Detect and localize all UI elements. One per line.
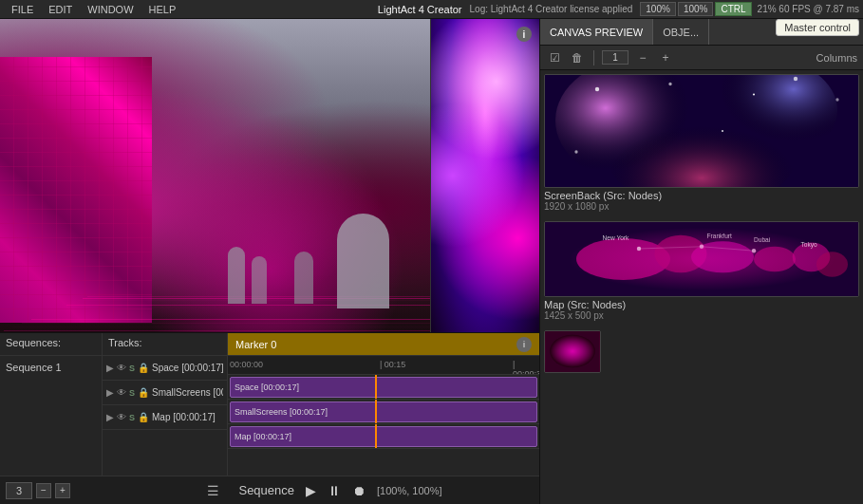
- ruler-mark-15: | 00:15: [380, 360, 405, 369]
- canvas-item-map[interactable]: New York Frankfurt Dubai Tokyo Map (Src:…: [544, 221, 859, 323]
- thumb-small-bg: [545, 331, 600, 372]
- master-control-tooltip: Master control: [776, 19, 859, 36]
- svg-text:New York: New York: [603, 234, 630, 241]
- track-row-map[interactable]: ▶ 👁 S 🔒 Map [00:00:17]: [103, 405, 227, 430]
- sequence-item[interactable]: Sequence 1: [6, 360, 96, 375]
- track-clip-smallscreens[interactable]: SmallScreens [00:00:17]: [230, 401, 537, 422]
- timeline-ruler: 00:00:00 | 00:15 | 00:00:3: [228, 356, 539, 375]
- fps-text: 21% 60 FPS @ 7.87 ms: [758, 4, 859, 14]
- track-clip-map[interactable]: Map [00:00:17]: [230, 426, 537, 447]
- svg-point-14: [691, 241, 754, 272]
- pause-button[interactable]: ⏸: [328, 483, 341, 498]
- svg-point-7: [794, 77, 797, 81]
- svg-point-28: [550, 335, 595, 367]
- tab-objects[interactable]: OBJE...: [653, 19, 709, 45]
- track-play-map[interactable]: ▶: [106, 412, 114, 422]
- record-button[interactable]: ⏺: [352, 483, 366, 498]
- playhead-space: [375, 375, 377, 399]
- canvas-thumbnail-map: New York Frankfurt Dubai Tokyo: [544, 221, 859, 297]
- tracks-label: Tracks:: [103, 333, 228, 355]
- track-row-space[interactable]: ▶ 👁 S 🔒 Space [00:00:17]: [103, 356, 227, 381]
- track-clip-row-smallscreens[interactable]: SmallScreens [00:00:17]: [228, 400, 539, 424]
- track-lock-map[interactable]: 🔒: [138, 412, 149, 422]
- transport-label: Sequence: [238, 483, 294, 497]
- mosaic-tiles: [0, 57, 152, 323]
- svg-point-17: [816, 252, 848, 276]
- track-s-map[interactable]: S: [129, 413, 135, 422]
- sequences-panel: Sequence 1: [0, 356, 103, 476]
- svg-point-15: [754, 247, 796, 271]
- svg-rect-11: [545, 222, 858, 296]
- timeline-num-plus[interactable]: +: [55, 483, 70, 498]
- tracks-panel: ▶ 👁 S 🔒 Space [00:00:17] ▶ 👁 S 🔒 SmallSc…: [103, 356, 228, 476]
- marker-info-icon[interactable]: i: [516, 337, 532, 352]
- menu-window[interactable]: WINDOW: [80, 0, 141, 18]
- canvas-item-screenback[interactable]: ScreenBack (Src: Nodes) 1920 x 1080 px: [544, 74, 859, 214]
- track-row-smallscreens[interactable]: ▶ 👁 S 🔒 SmallScreens [00:00:17]: [103, 381, 227, 405]
- tab-canvas-preview[interactable]: CANVAS PREVIEW: [540, 19, 653, 45]
- track-clip-row-map[interactable]: Map [00:00:17]: [228, 424, 539, 449]
- right-panel: CANVAS PREVIEW OBJE... × ☑ 🗑 1 − + Colum…: [539, 19, 863, 504]
- track-clip-row-space[interactable]: Space [00:00:17]: [228, 375, 539, 400]
- canvas-thumbnail-screenback: [544, 74, 859, 188]
- track-eye-map[interactable]: 👁: [117, 412, 126, 422]
- pct1-badge: 100%: [640, 2, 676, 16]
- log-text: Log: LightAct 4 Creator license applied: [470, 4, 633, 14]
- canvas-item-small[interactable]: [544, 330, 859, 373]
- ruler-mark-0: 00:00:00: [230, 360, 263, 369]
- track-lock-smallscreens[interactable]: 🔒: [138, 387, 149, 398]
- marker-label: Marker 0: [235, 339, 276, 350]
- toolbar-num-input[interactable]: 1: [602, 50, 628, 65]
- track-play-smallscreens[interactable]: ▶: [106, 387, 114, 398]
- track-name-space: Space [00:00:17]: [152, 363, 223, 373]
- track-lock-space[interactable]: 🔒: [138, 363, 149, 373]
- viewport-info-icon[interactable]: i: [516, 27, 532, 42]
- toolbar-plus-btn[interactable]: +: [657, 49, 674, 66]
- ctrl-badge[interactable]: CTRL: [715, 2, 751, 16]
- canvas-info-map: Map (Src: Nodes) 1425 x 500 px: [544, 297, 859, 323]
- app-title: LightAct 4 Creator: [378, 4, 462, 15]
- svg-point-10: [574, 150, 577, 153]
- silhouette-1: [228, 247, 245, 304]
- menu-bar: FILE EDIT WINDOW HELP LightAct 4 Creator…: [0, 0, 863, 19]
- tracks-area[interactable]: 00:00:00 | 00:15 | 00:00:3 Space [00:00:…: [228, 356, 539, 476]
- canvas-thumbnail-small: [544, 330, 601, 373]
- toolbar-columns-btn[interactable]: Columns: [816, 52, 857, 64]
- track-s-space[interactable]: S: [129, 364, 135, 373]
- svg-point-13: [655, 235, 707, 273]
- canvas-toolbar: ☑ 🗑 1 − + Columns: [540, 46, 863, 70]
- track-eye-space[interactable]: 👁: [117, 363, 126, 373]
- svg-point-9: [722, 130, 723, 132]
- menu-edit[interactable]: EDIT: [41, 0, 80, 18]
- menu-file[interactable]: FILE: [4, 0, 41, 18]
- canvas-name-map: Map (Src: Nodes): [544, 299, 859, 310]
- marker-bar[interactable]: Marker 0 i: [228, 333, 539, 355]
- toolbar-trash-icon[interactable]: 🗑: [569, 49, 586, 66]
- track-clip-space[interactable]: Space [00:00:17]: [230, 377, 537, 398]
- thumb-screenback-svg: [545, 75, 858, 187]
- timeline-num-minus[interactable]: −: [36, 483, 51, 498]
- track-play-space[interactable]: ▶: [106, 363, 114, 373]
- canvas-preview-label: CANVAS PREVIEW: [550, 27, 643, 38]
- canvas-size-map: 1425 x 500 px: [544, 310, 859, 321]
- track-eye-smallscreens[interactable]: 👁: [117, 387, 126, 398]
- svg-point-5: [668, 83, 671, 85]
- viewport[interactable]: i: [0, 19, 539, 332]
- track-s-smallscreens[interactable]: S: [129, 388, 135, 398]
- toolbar-minus-btn[interactable]: −: [634, 49, 651, 66]
- svg-text:Frankfurt: Frankfurt: [707, 233, 733, 239]
- track-name-map: Map [00:00:17]: [152, 412, 223, 422]
- ruler-mark-end: | 00:00:3: [513, 360, 539, 375]
- toolbar-checkbox-icon[interactable]: ☑: [546, 49, 563, 66]
- play-button[interactable]: ▶: [306, 483, 316, 498]
- svg-point-16: [793, 242, 831, 271]
- thumb-map-svg: New York Frankfurt Dubai Tokyo: [545, 222, 858, 296]
- viewport-right-image: [430, 19, 539, 332]
- hamburger-icon[interactable]: ☰: [199, 483, 227, 498]
- svg-point-20: [637, 247, 641, 251]
- timeline-content: Sequence 1 ▶ 👁 S 🔒 Space [00:00:17] ▶ 👁: [0, 356, 539, 476]
- svg-line-18: [639, 247, 702, 249]
- canvas-items[interactable]: ScreenBack (Src: Nodes) 1920 x 1080 px: [540, 70, 863, 504]
- svg-line-19: [702, 247, 754, 251]
- menu-help[interactable]: HELP: [141, 0, 184, 18]
